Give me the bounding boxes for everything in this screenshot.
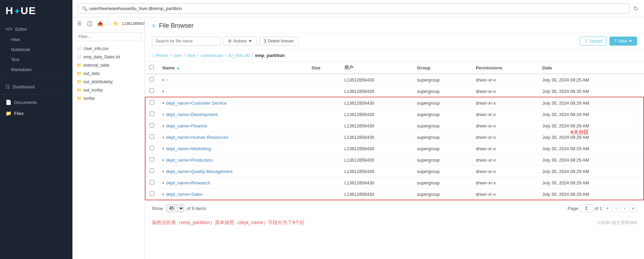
row-name-link-4[interactable]: dept_name=Finance bbox=[166, 123, 207, 128]
row-name-link-0[interactable]: ↑ bbox=[166, 77, 169, 83]
row-checkbox-cell-6[interactable] bbox=[145, 143, 158, 154]
row-date-8: July 30, 2024 08:29 AM bbox=[538, 166, 644, 177]
sidebar-item-text[interactable]: Text bbox=[0, 55, 72, 65]
row-checkbox-cell-5[interactable] bbox=[145, 132, 158, 143]
sidebar-item-notebook[interactable]: Notebook bbox=[0, 45, 72, 55]
row-checkbox-3[interactable] bbox=[150, 112, 154, 116]
sidebar-item-hive[interactable]: Hive bbox=[0, 35, 72, 45]
row-checkbox-cell-7[interactable] bbox=[145, 154, 158, 166]
show-select[interactable]: 45 25 100 bbox=[166, 204, 184, 212]
row-checkbox-9[interactable] bbox=[150, 180, 154, 184]
path-search-input[interactable] bbox=[89, 6, 626, 11]
sidebar-item-markdown[interactable]: Markdown bbox=[0, 65, 72, 75]
row-permissions-2: drwxr-xr-x bbox=[472, 97, 538, 109]
sidebar-hive-label: Hive bbox=[11, 37, 20, 42]
select-all-checkbox[interactable] bbox=[149, 65, 154, 69]
row-checkbox-2[interactable] bbox=[150, 100, 154, 105]
row-group-0: supergroup bbox=[413, 74, 472, 86]
tree-list-view-btn[interactable]: ☰ bbox=[76, 20, 83, 27]
row-checkbox-4[interactable] bbox=[150, 123, 154, 127]
row-checkbox-1[interactable] bbox=[149, 88, 154, 93]
row-name-link-6[interactable]: dept_name=Marketing bbox=[166, 146, 211, 151]
row-checkbox-10[interactable] bbox=[150, 191, 154, 196]
row-name-link-9[interactable]: dept_name=Research bbox=[166, 180, 210, 185]
row-permissions-6: drwxr-xr-x bbox=[472, 143, 538, 154]
row-checkbox-cell-0[interactable] bbox=[145, 74, 158, 86]
name-column-header[interactable]: Name ▲ bbox=[158, 62, 307, 74]
breadcrumb-user[interactable]: user bbox=[173, 53, 182, 58]
page-input[interactable] bbox=[579, 204, 593, 212]
row-name-link-7[interactable]: dept_name=Production bbox=[166, 157, 213, 163]
row-checkbox-0[interactable] bbox=[149, 77, 154, 81]
table-row: ▪.L13612856430supergroupdrwxr-xr-xJuly 3… bbox=[145, 86, 644, 97]
path-search-bar[interactable]: 🔍 bbox=[78, 3, 630, 13]
row-name-link-1[interactable]: . bbox=[166, 89, 168, 94]
tree-item-6[interactable]: 📁sortby bbox=[72, 94, 145, 103]
row-checkbox-5[interactable] bbox=[150, 134, 154, 139]
breadcrumb-hive[interactable]: hive bbox=[187, 53, 196, 58]
tree-folder-icon: 📁 bbox=[113, 21, 119, 26]
row-checkbox-7[interactable] bbox=[150, 157, 154, 162]
refresh-icon[interactable]: ↻ bbox=[633, 5, 638, 12]
tree-item-4[interactable]: 📁out_distributeby bbox=[72, 78, 145, 86]
prev-page-btn[interactable]: ‹ bbox=[613, 204, 620, 212]
row-checkbox-8[interactable] bbox=[150, 169, 154, 173]
tree-folder-name: L13612856430 bbox=[122, 21, 145, 26]
row-group-10: supergroup bbox=[413, 189, 472, 200]
row-name-link-8[interactable]: dept_name=Quality Management bbox=[166, 169, 233, 174]
next-page-btn[interactable]: › bbox=[621, 204, 628, 212]
tree-item-2[interactable]: 📁external_table bbox=[72, 61, 145, 69]
row-user-9: L13612856430 bbox=[340, 177, 413, 189]
table-row: ▪dept_name=FinanceL13612856430supergroup… bbox=[145, 120, 644, 132]
select-all-header[interactable] bbox=[145, 62, 158, 74]
sep1: / bbox=[170, 53, 171, 58]
row-checkbox-cell-1[interactable] bbox=[145, 86, 158, 97]
row-name-link-10[interactable]: dept_name=Sales bbox=[166, 192, 202, 197]
delete-button[interactable]: ╳ Delete forever bbox=[259, 37, 298, 46]
row-name-link-3[interactable]: dept_name=Development bbox=[166, 112, 218, 117]
row-user-10: L13612856430 bbox=[340, 189, 413, 200]
row-date-2: July 30, 2024 08:29 AM bbox=[538, 97, 644, 109]
row-checkbox-cell-3[interactable] bbox=[145, 109, 158, 120]
row-checkbox-6[interactable] bbox=[150, 146, 154, 150]
user-column-header[interactable]: 用户 bbox=[340, 62, 413, 74]
row-group-7: supergroup bbox=[413, 154, 472, 166]
sidebar-item-editor[interactable]: </> Editor bbox=[0, 23, 72, 35]
table-header-row: Name ▲ Size 用户 Group Permissions Date bbox=[145, 62, 644, 74]
breadcrumb-liu-hive[interactable]: liu_hive.db bbox=[228, 53, 250, 58]
new-button[interactable]: ⤒ New ▼ bbox=[610, 37, 637, 46]
row-name-link-5[interactable]: dept_name=Human Resources bbox=[166, 135, 228, 140]
row-checkbox-cell-8[interactable] bbox=[145, 166, 158, 177]
sidebar-item-files[interactable]: 📁 Files bbox=[0, 108, 72, 119]
filter-input[interactable] bbox=[75, 32, 142, 41]
size-column-header[interactable]: Size bbox=[307, 62, 340, 74]
tree-item-5[interactable]: 📁out_sortby bbox=[72, 86, 145, 94]
sidebar-item-documents[interactable]: 📄 Documents bbox=[0, 97, 72, 108]
permissions-column-header[interactable]: Permissions bbox=[472, 62, 538, 74]
home-icon: ⌂ bbox=[152, 53, 155, 58]
tree-back-btn[interactable]: ‹ bbox=[109, 21, 110, 26]
dashboard-icon: ☷ bbox=[6, 84, 10, 89]
tree-item-1[interactable]: 📄emp_data_Sales.txt bbox=[72, 53, 145, 61]
tree-upload-btn[interactable]: 📤 bbox=[96, 20, 105, 27]
tree-item-3[interactable]: 📁out_data bbox=[72, 69, 145, 78]
row-checkbox-cell-4[interactable] bbox=[145, 120, 158, 132]
last-page-btn[interactable]: » bbox=[629, 204, 637, 212]
upload-button[interactable]: ⤒ Upload bbox=[580, 37, 607, 46]
row-checkbox-cell-9[interactable] bbox=[145, 177, 158, 189]
breadcrumb-warehouse[interactable]: warehouse bbox=[201, 53, 223, 58]
row-checkbox-cell-10[interactable] bbox=[145, 189, 158, 200]
tree-item-0[interactable]: 📄User_info.csv bbox=[72, 45, 145, 53]
group-column-header[interactable]: Group bbox=[413, 62, 472, 74]
date-column-header[interactable]: Date bbox=[538, 62, 644, 74]
actions-button[interactable]: ⚙ Actions ▼ bbox=[224, 37, 257, 46]
sidebar-item-dashboard[interactable]: ☷ Dashboard bbox=[0, 81, 72, 92]
new-chevron-icon: ▼ bbox=[628, 39, 633, 44]
first-page-btn[interactable]: « bbox=[604, 204, 612, 212]
tree-copy-btn[interactable]: 📋 bbox=[85, 20, 94, 27]
breadcrumb-home[interactable]: Home bbox=[156, 53, 168, 58]
sidebar: H✦UE </> Editor Hive Notebook Text Markd… bbox=[0, 0, 72, 259]
file-search-input[interactable] bbox=[152, 37, 221, 46]
row-name-link-2[interactable]: dept_name=Customer Service bbox=[166, 100, 227, 106]
row-checkbox-cell-2[interactable] bbox=[145, 97, 158, 109]
